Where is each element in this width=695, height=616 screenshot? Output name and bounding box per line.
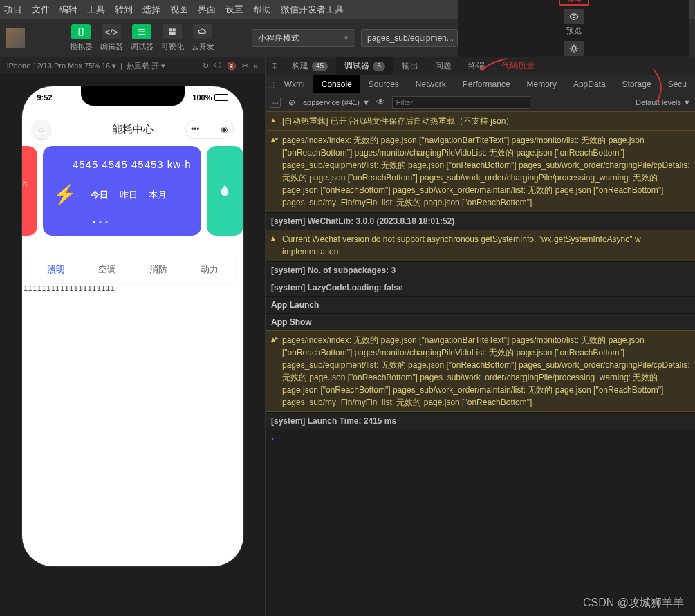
editor-button[interactable]: </>编辑器 [97,23,126,53]
console-output[interactable]: [自动热重载] 已开启代码文件保存后自动热重载（不支持 json） ▸pages… [266,111,695,616]
simulator-button[interactable]: 模拟器 [66,23,95,53]
menu-settings[interactable]: 设置 [225,3,243,16]
prev-card[interactable]: kw·h› [22,146,38,236]
svg-rect-2 [173,28,176,31]
menu-ui[interactable]: 界面 [198,3,216,16]
console-prompt[interactable] [266,429,695,447]
cut-icon[interactable]: ✂ [242,62,248,71]
menu-edit[interactable]: 编辑 [59,3,77,16]
filter-input[interactable] [392,96,530,109]
phone-notch [81,86,185,106]
menu-project[interactable]: 项目 [4,3,22,16]
console-system: [system] Launch Time: 2415 ms [266,412,695,429]
preview-button[interactable]: 预览 [559,7,589,37]
page-dropdown[interactable]: pages_sub/equipmen...▼ [361,29,458,47]
stats-carousel[interactable]: kw·h› 4545 4545 45453 kw·h ⚡ 今日 昨日 本月 [22,146,243,236]
inspect-icon[interactable]: ⬚ [266,75,276,93]
bottom-tabstrip: ↧ 构建45 调试器3 输出 问题 终端 代码质量 [266,57,695,75]
rotate-icon[interactable]: ↻ [203,62,209,71]
tab-ac[interactable]: 空调 [82,256,133,283]
compile-button[interactable]: 编译 [559,0,589,6]
menu-tools[interactable]: 工具 [87,3,105,16]
console-warning: ▸pages/index/index: 无效的 page.json ["navi… [266,131,695,212]
svg-point-4 [573,15,575,18]
console-warning: Current Wechat version do not support as… [266,230,695,261]
log-level-selector[interactable]: Default levels ▼ [636,98,691,106]
tab-fire[interactable]: 消防 [133,256,184,283]
clear-console-icon[interactable]: ⊘ [286,97,297,108]
visual-button[interactable]: 可视化 [158,23,187,53]
devtab-sources[interactable]: Sources [360,75,407,93]
simulator-panel: iPhone 12/13 Pro Max 75% 16 ▾ | 热重载 开 ▾ … [0,57,266,616]
hot-reload-toggle[interactable]: 热重载 开 ▾ [127,61,165,71]
cloud-button[interactable]: 云开发 [188,23,217,53]
menu-file[interactable]: 文件 [32,3,50,16]
devtab-memory[interactable]: Memory [519,75,565,93]
home-icon[interactable]: ⌂ [32,120,51,139]
devtools-panel: ↧ 构建45 调试器3 输出 问题 终端 代码质量 ⬚ Wxml Console… [266,57,695,616]
phone-frame: 9:52 100% ⌂ 能耗中心 •••◉ kw·h› 4545 4545 45… [22,86,243,566]
tab-power[interactable]: 动力 [184,256,235,283]
menu-view[interactable]: 视图 [170,3,188,16]
simulator-viewport: 9:52 100% ⌂ 能耗中心 •••◉ kw·h› 4545 4545 45… [0,74,265,616]
mode-dropdown[interactable]: 小程序模式▼ [252,29,355,47]
tab-build[interactable]: 构建45 [284,57,336,75]
tab-month[interactable]: 本月 [149,189,167,201]
placeholder-text: 11111111111111111111 [22,283,243,293]
devtab-performance[interactable]: Performance [454,75,519,93]
menu-goto[interactable]: 转到 [115,3,133,16]
tab-output[interactable]: 输出 [393,57,427,75]
console-toolbar: ▭ ⊘ appservice (#41) ▼ 👁 Default levels … [266,93,695,111]
tab-lighting[interactable]: 照明 [30,256,82,283]
clock: 9:52 [37,93,53,102]
target-icon: ◉ [221,124,228,134]
more-icon: ••• [191,124,200,134]
devtab-appdata[interactable]: AppData [565,75,614,93]
eye-icon[interactable]: 👁 [376,97,387,108]
mute-icon[interactable]: 🔇 [227,62,237,71]
console-system: [system] No. of subpackages: 3 [266,261,695,279]
debugger-button[interactable]: 调试器 [127,23,156,53]
devtab-console[interactable]: Console [313,75,360,93]
drop-icon [217,183,232,198]
main-split: iPhone 12/13 Pro Max 75% 16 ▾ | 热重载 开 ▾ … [0,57,695,616]
pager-dots [93,221,191,223]
capsule-button[interactable]: •••◉ [185,120,234,139]
tab-terminal[interactable]: 终端 [460,57,493,75]
bug-icon [564,41,584,56]
collapse-icon[interactable]: ↧ [266,57,284,75]
menu-select[interactable]: 选择 [142,3,160,16]
tab-code-quality[interactable]: 代码质量 [493,57,543,75]
energy-value: 4545 4545 45453 kw·h [53,158,191,170]
devtab-storage[interactable]: Storage [614,75,660,93]
record-icon[interactable] [214,62,221,68]
tab-yesterday[interactable]: 昨日 [120,189,138,201]
battery-icon: 100% [192,93,228,102]
tab-problems[interactable]: 问题 [427,57,460,75]
console-system: [system] LazyCodeLoading: false [266,279,695,296]
svg-point-5 [572,46,576,50]
context-selector[interactable]: appservice (#41) ▼ [303,98,370,106]
devtab-security[interactable]: Secu [660,75,695,93]
expand-icon[interactable]: ▸ [275,334,279,344]
more-icon[interactable]: » [254,62,258,71]
devtab-wxml[interactable]: Wxml [276,75,313,93]
page-title: 能耗中心 [112,123,154,136]
device-selector[interactable]: iPhone 12/13 Pro Max 75% 16 ▾ [7,62,116,71]
chevron-down-icon: ▼ [343,35,349,41]
next-card[interactable] [207,146,243,236]
avatar[interactable] [6,28,25,48]
expand-icon[interactable]: ▸ [275,134,279,144]
eye-icon [564,9,584,24]
devtools-tabs: ⬚ Wxml Console Sources Network Performan… [266,75,695,93]
phone-content: kw·h› 4545 4545 45453 kw·h ⚡ 今日 昨日 本月 [22,146,243,566]
menu-help[interactable]: 帮助 [253,3,271,16]
tab-today[interactable]: 今日 [91,189,109,201]
tab-debugger[interactable]: 调试器3 [336,57,393,75]
toggle-sidebar-icon[interactable]: ▭ [270,97,281,108]
phone-icon [71,24,91,39]
energy-card[interactable]: 4545 4545 45453 kw·h ⚡ 今日 昨日 本月 [43,146,201,236]
console-warning: [自动热重载] 已开启代码文件保存后自动热重载（不支持 json） [266,111,695,131]
devtab-network[interactable]: Network [407,75,454,93]
menu-wxdevtools[interactable]: 微信开发者工具 [281,3,344,16]
